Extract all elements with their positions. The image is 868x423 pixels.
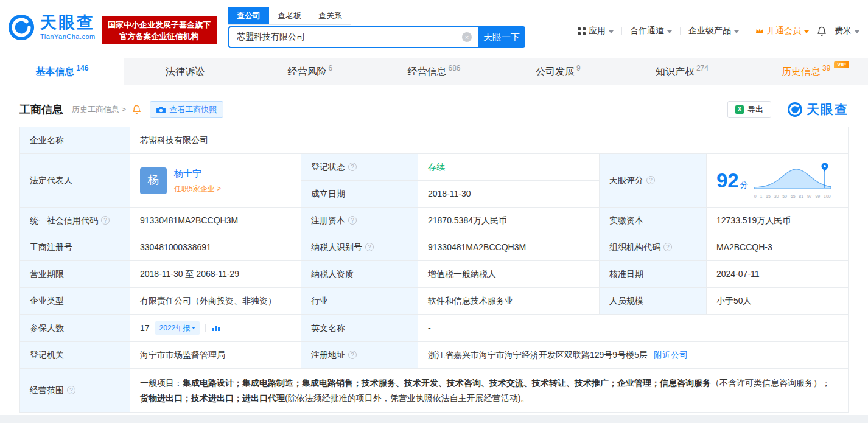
field-label-registration-status: 登记状态 (301, 154, 418, 181)
address-text: 浙江省嘉兴市海宁市海宁经济开发区双联路129号9号楼5层 (428, 350, 648, 360)
tab-count: 686 (449, 64, 461, 72)
user-menu[interactable]: 费米 (835, 26, 859, 37)
table-row: 企业类型 有限责任公司（外商投资、非独资） 行业 软件和信息技术服务业 人员规模… (20, 288, 849, 315)
insured-trend-chart-button[interactable] (211, 324, 220, 332)
chevron-down-icon (609, 30, 614, 33)
field-label-staff-size: 人员规模 (600, 288, 707, 315)
tianyancha-logo[interactable]: 天眼查 TianYanCha.com (7, 13, 96, 41)
tab-basic-info[interactable]: 基本信息 146 (0, 58, 124, 85)
certification-badge-line1: 国家中小企业发展子基金旗下 (108, 19, 211, 30)
table-row: 经营范围 一般项目：集成电路设计；集成电路制造；集成电路销售；技术服务、技术开发… (20, 369, 849, 413)
view-business-snapshot-button[interactable]: 查看工商快照 (150, 101, 223, 118)
history-business-info-link[interactable]: 历史工商信息 > (72, 104, 126, 115)
clear-search-icon[interactable] (462, 32, 472, 42)
tab-operation-risk[interactable]: 经营风险 6 (248, 58, 372, 85)
field-value-business-scope: 一般项目：集成电路设计；集成电路制造；集成电路销售；技术服务、技术开发、技术咨询… (130, 369, 849, 413)
field-label-industry: 行业 (301, 288, 418, 315)
search-tab-boss[interactable]: 查老板 (269, 7, 310, 24)
section-tabbar: 基本信息 146 法律诉讼 经营风险 6 经营信息 686 公司发展 9 知识产… (0, 58, 868, 85)
tab-history-info[interactable]: 历史信息 39 VIP (744, 58, 868, 85)
field-value-taxpayer-id: 91330481MA2BCCQH3M (418, 234, 600, 261)
certification-badge: 国家中小企业发展子基金旗下 官方备案企业征信机构 (102, 16, 217, 44)
score-curve (754, 161, 831, 189)
search-button[interactable]: 天眼一下 (478, 26, 525, 48)
vip-badge: VIP (834, 61, 849, 68)
tab-intellectual-property[interactable]: 知识产权 274 (620, 58, 744, 85)
field-value-tianyan-score: 92分 (707, 154, 849, 208)
nearby-companies-link[interactable]: 附近公司 (654, 350, 688, 360)
nav-item-cooperation[interactable]: 合作通道 (630, 26, 672, 37)
tab-legal-litigation[interactable]: 法律诉讼 (124, 58, 248, 85)
excel-icon (735, 105, 744, 114)
camera-icon (156, 106, 166, 114)
nav-cooperation-label: 合作通道 (630, 26, 664, 37)
help-icon[interactable] (67, 386, 75, 394)
field-value-establish-date: 2018-11-30 (418, 181, 600, 208)
field-value-english-name: - (418, 315, 849, 342)
table-row: 参保人数 17 2022年报 (20, 315, 849, 342)
tianyancha-watermark-icon (787, 102, 803, 117)
nav-divider (621, 27, 622, 35)
search-input-wrap (228, 26, 478, 48)
notifications-bell[interactable] (817, 26, 827, 37)
monitor-bell-button[interactable] (132, 105, 141, 114)
help-icon[interactable] (348, 216, 357, 225)
nav-item-enterprise-products[interactable]: 企业级产品 (688, 26, 739, 37)
tianyancha-company-page: 天眼查 TianYanCha.com 国家中小企业发展子基金旗下 官方备案企业征… (0, 0, 868, 423)
field-value-approval-date: 2024-07-11 (707, 261, 849, 288)
search-type-tabs: 查公司 查老板 查关系 (228, 7, 351, 25)
table-row: 法定代表人 杨 杨士宁 任职5家企业 > 登记状态 存续 天眼评分 (20, 154, 849, 181)
help-icon[interactable] (348, 351, 357, 359)
search-tab-company[interactable]: 查公司 (228, 7, 269, 24)
field-value-registration-status: 存续 (418, 154, 600, 181)
help-icon[interactable] (646, 176, 655, 184)
help-icon[interactable] (348, 163, 357, 171)
tab-label: 历史信息 (782, 66, 821, 79)
help-icon[interactable] (101, 216, 110, 225)
tab-label: 经营风险 (287, 66, 326, 79)
tab-count: 6 (328, 64, 332, 72)
field-value-staff-size: 小于50人 (707, 288, 849, 315)
export-button[interactable]: 导出 (727, 101, 771, 118)
legal-rep-avatar[interactable]: 杨 (140, 167, 167, 194)
nav-divider (747, 27, 747, 35)
tab-count: 146 (76, 64, 88, 72)
field-label-tianyan-score: 天眼评分 (600, 154, 707, 208)
search-input[interactable] (229, 32, 478, 42)
help-icon[interactable] (663, 243, 672, 251)
nav-divider (680, 27, 681, 35)
chevron-down-icon (855, 30, 859, 33)
field-label-registered-capital: 注册资本 (301, 208, 418, 234)
vip-crown-icon (755, 27, 764, 35)
field-label-company-type: 企业类型 (20, 288, 130, 315)
bar-chart-icon (211, 324, 220, 332)
chevron-down-icon (804, 30, 809, 33)
help-icon[interactable] (365, 243, 374, 251)
field-value-legal-representative: 杨 杨士宁 任职5家企业 > (130, 154, 301, 208)
field-label-legal-representative: 法定代表人 (20, 154, 130, 208)
field-value-registration-authority: 海宁市市场监督管理局 (130, 342, 301, 369)
field-value-org-code: MA2BCCQH-3 (707, 234, 849, 261)
field-value-company-name: 芯盟科技有限公司 (130, 127, 849, 154)
search-tab-relation[interactable]: 查关系 (310, 7, 351, 24)
bell-icon (817, 26, 827, 37)
legal-rep-positions-link[interactable]: 任职5家企业 > (174, 183, 221, 194)
user-name: 费米 (835, 26, 852, 37)
tab-operation-info[interactable]: 经营信息 686 (372, 58, 496, 85)
tab-label: 基本信息 (35, 66, 74, 79)
field-value-business-term: 2018-11-30 至 2068-11-29 (130, 261, 301, 288)
nav-item-open-vip[interactable]: 开通会员 (755, 26, 809, 37)
tab-company-development[interactable]: 公司发展 9 (496, 58, 620, 85)
field-label-taxpayer-quality: 纳税人资质 (301, 261, 418, 288)
tab-label: 公司发展 (536, 66, 575, 79)
field-label-company-name: 企业名称 (20, 127, 130, 154)
nav-item-apps[interactable]: 应用 (578, 26, 614, 37)
annual-report-badge[interactable]: 2022年报 (155, 321, 200, 335)
divider (205, 324, 206, 332)
nav-open-vip-label: 开通会员 (767, 26, 801, 37)
field-label-establish-date: 成立日期 (301, 181, 418, 208)
business-info-table: 企业名称 芯盟科技有限公司 法定代表人 杨 杨士宁 任职5家企业 > (19, 127, 849, 413)
field-label-registration-authority: 登记机关 (20, 342, 130, 369)
legal-rep-name-link[interactable]: 杨士宁 (174, 167, 221, 181)
insured-number: 17 (140, 322, 150, 335)
